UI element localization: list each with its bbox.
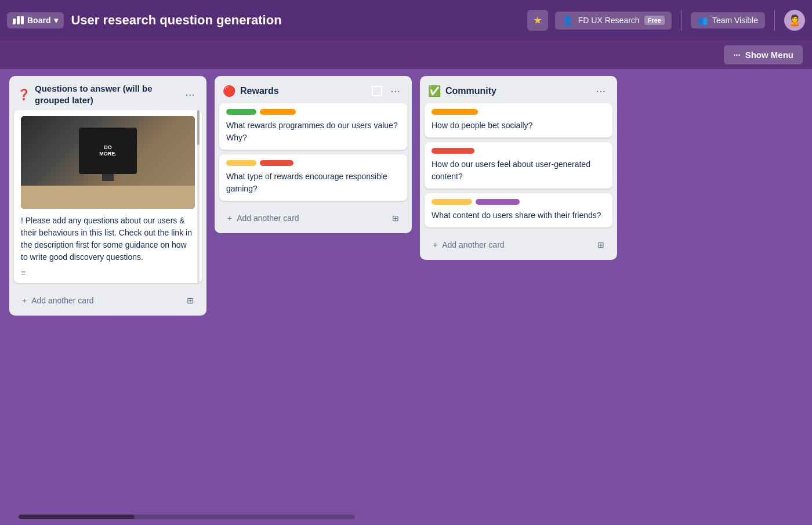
card-community-1[interactable]: How do people bet socially? xyxy=(425,103,612,137)
show-menu-button[interactable]: ··· Show Menu xyxy=(724,45,803,64)
card-scroll-thumb xyxy=(197,110,200,145)
horizontal-scrollbar[interactable] xyxy=(19,515,355,519)
label-yellow-2 xyxy=(432,199,472,205)
card-text-community-2: How do our users feel about user-generat… xyxy=(432,158,606,183)
card-text-rewards-2: What type of rewards encourage responsib… xyxy=(226,171,400,195)
header: Board ▾ User research question generatio… xyxy=(0,0,812,41)
template-icon-rewards: ⊞ xyxy=(392,213,399,223)
column-checkbox-rewards[interactable] xyxy=(372,86,382,96)
column-title-questions: Questions to answer (will be grouped lat… xyxy=(35,83,177,106)
template-icon-questions: ⊞ xyxy=(187,296,194,305)
card-questions-1[interactable]: DOMORE. ! Please add any questions about… xyxy=(14,110,202,283)
label-green xyxy=(226,109,256,115)
board-icon xyxy=(13,16,24,24)
show-menu-label: Show Menu xyxy=(745,50,793,60)
label-yellow xyxy=(226,160,256,166)
free-badge: Free xyxy=(644,16,665,25)
monitor-text: DOMORE. xyxy=(99,144,117,157)
card-community-3[interactable]: What content do users share with their f… xyxy=(425,193,612,227)
column-menu-button-community[interactable]: ··· xyxy=(592,83,609,99)
card-rewards-1[interactable]: What rewards programmes do our users val… xyxy=(219,103,407,150)
add-card-label-community: Add another card xyxy=(442,240,504,249)
card-text-community-1: How do people bet socially? xyxy=(432,120,606,132)
card-labels-community-2 xyxy=(432,148,606,154)
check-icon: ✅ xyxy=(428,85,441,97)
ellipsis-icon: ··· xyxy=(733,50,741,60)
team-visible-button[interactable]: 👥 Team Visible xyxy=(691,12,765,28)
board-view-button[interactable]: Board ▾ xyxy=(7,12,64,28)
label-orange xyxy=(260,109,296,115)
team-label: Team Visible xyxy=(712,16,758,25)
card-image: DOMORE. xyxy=(21,116,195,209)
board-area: ❓ Questions to answer (will be grouped l… xyxy=(0,69,812,519)
workspace-button[interactable]: 👤 FD UX Research Free xyxy=(555,12,672,30)
card-community-2[interactable]: How do our users feel about user-generat… xyxy=(425,142,612,189)
column-header-questions: ❓ Questions to answer (will be grouped l… xyxy=(9,76,206,110)
card-text-rewards-1: What rewards programmes do our users val… xyxy=(226,120,400,144)
chevron-down-icon: ▾ xyxy=(54,16,58,25)
card-text-questions-1: ! Please add any questions about our use… xyxy=(21,215,195,263)
desk-scene: DOMORE. xyxy=(21,116,195,209)
card-labels-community-1 xyxy=(432,109,606,115)
label-red xyxy=(260,160,293,166)
card-footer: ≡ xyxy=(21,268,195,277)
scrollbar-thumb xyxy=(19,515,135,519)
column-header-rewards: 🔴 Rewards ··· xyxy=(215,76,412,103)
card-rewards-2[interactable]: What type of rewards encourage responsib… xyxy=(219,154,407,201)
add-card-label-rewards: Add another card xyxy=(237,213,299,223)
column-title-community: Community xyxy=(445,86,588,96)
column-body-questions: DOMORE. ! Please add any questions about… xyxy=(9,110,206,288)
plus-icon: + xyxy=(22,296,27,305)
plus-icon-community: + xyxy=(433,240,437,249)
page-title: User research question generation xyxy=(71,13,520,28)
show-menu-bar: ··· Show Menu xyxy=(0,41,812,69)
column-community: ✅ Community ··· How do people bet social… xyxy=(420,76,617,260)
add-card-button-community[interactable]: + Add another card ⊞ xyxy=(425,234,612,255)
card-labels-community-3 xyxy=(432,199,606,205)
star-button[interactable]: ★ xyxy=(527,10,548,31)
add-card-label-questions: Add another card xyxy=(31,296,93,305)
divider xyxy=(681,10,682,31)
star-icon: ★ xyxy=(533,14,542,27)
card-labels-rewards-2 xyxy=(226,160,400,166)
workspace-icon: 👤 xyxy=(562,15,574,26)
monitor: DOMORE. xyxy=(79,128,137,174)
divider2 xyxy=(774,10,775,31)
column-menu-button-questions[interactable]: ··· xyxy=(182,86,198,102)
label-purple xyxy=(476,199,520,205)
add-card-button-rewards[interactable]: + Add another card ⊞ xyxy=(219,208,407,229)
avatar[interactable]: 🙎 xyxy=(784,10,805,31)
plus-icon-rewards: + xyxy=(227,213,232,223)
monitor-stand xyxy=(102,174,114,181)
column-header-community: ✅ Community ··· xyxy=(420,76,617,103)
column-body-rewards: What rewards programmes do our users val… xyxy=(215,103,412,205)
template-icon-community: ⊞ xyxy=(597,240,604,249)
card-scroll-indicator xyxy=(197,110,200,283)
column-title-rewards: Rewards xyxy=(240,86,367,96)
team-icon: 👥 xyxy=(698,16,708,25)
list-icon: ≡ xyxy=(21,268,26,277)
label-red-2 xyxy=(432,148,474,154)
column-body-community: How do people bet socially? How do our u… xyxy=(420,103,617,232)
desk-surface xyxy=(21,186,195,209)
card-text-community-3: What content do users share with their f… xyxy=(432,209,606,222)
column-menu-button-rewards[interactable]: ··· xyxy=(387,83,404,99)
board-label: Board xyxy=(27,16,50,25)
red-circle-icon: 🔴 xyxy=(223,85,235,97)
question-icon: ❓ xyxy=(17,88,30,101)
workspace-label: FD UX Research xyxy=(578,16,640,25)
column-rewards: 🔴 Rewards ··· What rewards programmes do… xyxy=(215,76,412,233)
column-questions: ❓ Questions to answer (will be grouped l… xyxy=(9,76,206,316)
label-orange-sm xyxy=(432,109,478,115)
add-card-button-questions[interactable]: + Add another card ⊞ xyxy=(14,290,202,311)
card-labels-rewards-1 xyxy=(226,109,400,115)
